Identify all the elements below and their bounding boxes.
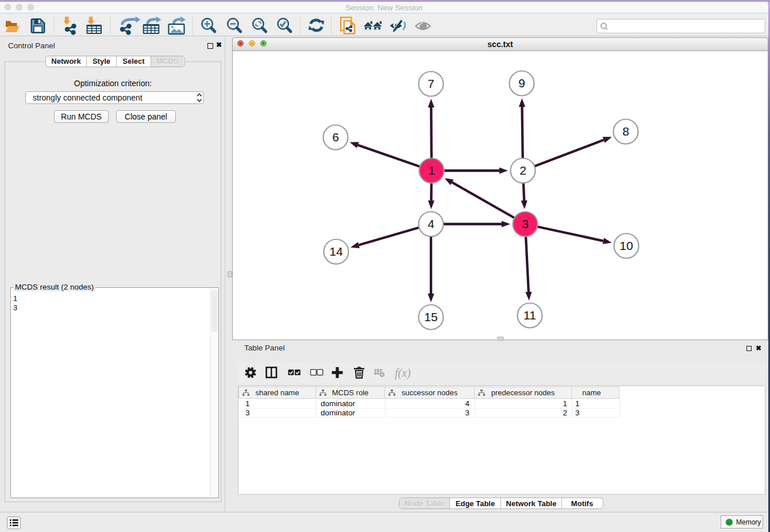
svg-text:15: 15: [424, 310, 437, 323]
svg-text:9: 9: [518, 76, 525, 90]
svg-text:1: 1: [428, 164, 435, 177]
svg-text:4: 4: [428, 217, 434, 230]
svg-text:7: 7: [428, 77, 434, 90]
svg-text:3: 3: [522, 217, 529, 230]
svg-text:2: 2: [519, 164, 526, 177]
svg-text:10: 10: [619, 239, 633, 252]
svg-text:f(x): f(x): [395, 367, 411, 380]
svg-text:8: 8: [622, 125, 629, 138]
svg-text:6: 6: [332, 130, 339, 144]
svg-text:14: 14: [329, 245, 343, 258]
svg-text:11: 11: [523, 309, 536, 322]
